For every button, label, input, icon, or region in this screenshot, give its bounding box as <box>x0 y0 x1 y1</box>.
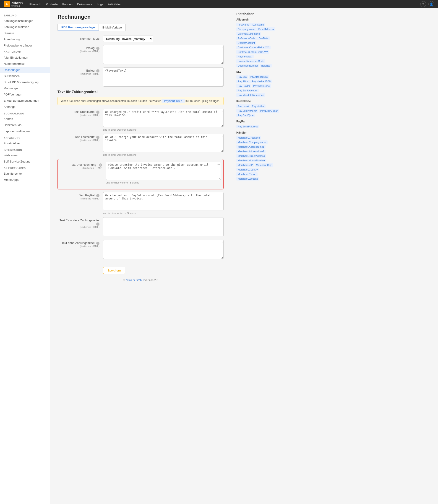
paypal-textarea[interactable]: We charged your PayPal account {Pay.Emai… <box>103 192 224 210</box>
placeholder-chip-emailaddress[interactable]: EmailAddress <box>257 27 275 31</box>
ohne-textarea[interactable] <box>103 240 224 259</box>
sidebar-item-rechnungen[interactable]: Rechnungen <box>0 67 50 73</box>
placeholder-chip-externalcustomerid[interactable]: ExternalCustomerId <box>236 32 261 36</box>
placeholder-chip-invoice-referencecode[interactable]: Invoice.ReferenceCode <box>236 59 265 63</box>
sidebar-item-anhaenge[interactable]: Anhänge <box>0 104 50 110</box>
placeholder-chip-customer-customfields-starstarstarstar[interactable]: Customer.CustomFields.**** <box>236 46 271 49</box>
sidebar-item-debitoren-ids[interactable]: Debitoren-Ids <box>0 122 50 128</box>
sidebar-item-e-mailbenachrichtigungen[interactable]: E-Mail Benachrichtigungen <box>0 98 50 104</box>
placeholder-chip-pay-expiry-year[interactable]: Pay.Expiry.Year <box>259 109 279 113</box>
kreditkarte-textarea[interactable]: We charged your credit card ****(Pay.Las… <box>103 109 224 127</box>
placeholder-chip-documentnumber[interactable]: DocumentNumber <box>236 64 259 67</box>
kreditkarte-info-icon[interactable]: i <box>96 111 99 114</box>
placeholder-chip-pay-emailaddress[interactable]: Pay.EmailAddress <box>236 125 259 128</box>
prolog-expand-btn[interactable]: ⋯ <box>219 46 223 50</box>
andere-textarea[interactable] <box>103 217 224 236</box>
nav-aktivitaten[interactable]: Aktivitäten <box>108 2 121 6</box>
sidebar-item-abrechnung[interactable]: Abrechnung <box>0 36 50 42</box>
sidebar-item-exporteinstellungen[interactable]: Exporteinstellungen <box>0 128 50 134</box>
placeholder-chip-merchant-addressline2[interactable]: Merchant.AddressLine2 <box>236 149 265 153</box>
placeholder-chip-pay-bankcode[interactable]: Pay.BankCode <box>252 84 271 88</box>
sidebar-item-allg.einstellungen[interactable]: Allg. Einstellungen <box>0 54 50 61</box>
sidebar-item-zusatzfelder[interactable]: Zusatzfelder <box>0 140 50 146</box>
lastschrift-expand-btn[interactable]: ⋯ <box>219 135 223 138</box>
placeholder-chip-merchant-streetaddress[interactable]: Merchant.StreetAddress <box>236 154 266 158</box>
placeholder-chip-pay-last4[interactable]: Pay.Last4 <box>236 105 250 108</box>
tab-pdf[interactable]: PDF Rechnungsvorlage <box>57 24 99 31</box>
placeholder-chip-merchant-phone[interactable]: Merchant.Phone <box>236 172 258 176</box>
sidebar-item-self-servicezugang[interactable]: Self-Service Zugang <box>0 158 50 165</box>
placeholder-chip-pay-maskedbic[interactable]: Pay.MaskedBIC <box>249 75 269 79</box>
placeholder-chip-pay-holder[interactable]: Pay.Holder <box>251 105 265 108</box>
placeholder-chip-firstname[interactable]: FirstName <box>236 23 251 26</box>
sidebar-item-zahlungseinstellungen[interactable]: Zahlungseinstellungen <box>0 18 50 24</box>
nav-dokumente[interactable]: Dokumente <box>77 2 92 6</box>
sidebar-item-zahlungseskalation[interactable]: Zahlungseskalation <box>0 24 50 30</box>
placeholder-chip-merchant-website[interactable]: Merchant.Website <box>236 177 259 180</box>
auf-rechnung-expand-btn[interactable]: ⋯ <box>217 163 220 166</box>
paypal-expand-btn[interactable]: ⋯ <box>219 193 223 197</box>
nav-ubersicht[interactable]: Übersicht <box>29 2 41 6</box>
placeholder-chip-debitoraccount[interactable]: DebitorAccount <box>236 41 256 45</box>
auf-rechnung-textarea[interactable]: Please transfer the invoice amount to th… <box>106 162 221 180</box>
placeholder-chip-merchant-creditorid[interactable]: Merchant.CreditorId <box>236 136 261 139</box>
sidebar-item-freigegebenelaender[interactable]: Freigegebene Länder <box>0 42 50 49</box>
paypal-info-icon[interactable]: i <box>96 194 99 197</box>
footer-link[interactable]: billwerk GmbH <box>126 279 143 282</box>
placeholder-chip-lastname[interactable]: LastName <box>251 23 265 26</box>
placeholder-chip-merchant-country[interactable]: Merchant.Country <box>236 168 259 171</box>
lastschrift-textarea[interactable]: We will charge your bank account with th… <box>103 134 224 152</box>
placeholder-chip-companyname[interactable]: CompanyName <box>236 27 256 31</box>
sidebar-item-konten[interactable]: Konten <box>0 116 50 122</box>
placeholder-chip-paymenttext[interactable]: PaymentText <box>236 55 254 58</box>
save-button[interactable]: Speichern <box>103 267 125 274</box>
user-button[interactable]: 👤 <box>428 1 434 7</box>
placeholder-chip-duedate[interactable]: DueDate <box>257 36 270 40</box>
logo[interactable]: b billwerk frontend <box>4 1 23 7</box>
sidebar-item-mahnungen[interactable]: Mahnungen <box>0 85 50 91</box>
sidebar-item-zugriffsrechte[interactable]: Zugriffsrechte <box>0 170 50 177</box>
placeholder-chip-pay-expiry-month[interactable]: Pay.Expiry.Month <box>236 109 258 113</box>
ohne-expand-btn[interactable]: ⋯ <box>219 241 223 244</box>
nav-produkte[interactable]: Produkte <box>46 2 58 6</box>
sidebar-item-nummernkreise[interactable]: Nummernkreise <box>0 61 50 67</box>
placeholder-chip-contract-customfields-starstarstarstar[interactable]: Contract.CustomFields.**** <box>236 50 269 54</box>
sidebar-item-gutschriften[interactable]: Gutschriften <box>0 73 50 79</box>
placeholder-chip-merchant-city[interactable]: Merchant.City <box>255 163 273 167</box>
sidebar-item-pdfvorlagen[interactable]: PDF Vorlagen <box>0 91 50 98</box>
ohne-info-icon[interactable]: i <box>96 242 99 245</box>
sidebar-item-steuern[interactable]: Steuern <box>0 30 50 36</box>
placeholder-chip-pay-mandatereference[interactable]: Pay.MandateReference <box>236 93 265 97</box>
nav-kunden[interactable]: Kunden <box>62 2 73 6</box>
placeholder-chip-pay-bic[interactable]: Pay.BIC <box>236 75 248 79</box>
epilog-expand-btn[interactable]: ⋯ <box>219 68 223 72</box>
andere-expand-btn[interactable]: ⋯ <box>219 218 223 222</box>
placeholder-chip-pay-bankaccount[interactable]: Pay.BankAccount <box>236 89 259 92</box>
sidebar-item-webhooks[interactable]: Webhooks <box>0 152 50 158</box>
help-button[interactable]: ? <box>420 1 426 7</box>
lastschrift-info-icon[interactable]: i <box>96 136 99 139</box>
placeholder-chip-pay-iban[interactable]: Pay.IBAN <box>236 80 250 83</box>
sidebar-item-sepaddvorankuendigung[interactable]: SEPA DD Vorankündigung <box>0 79 50 85</box>
nav-logs[interactable]: Logs <box>97 2 103 6</box>
kreditkarte-label: Text Kreditkarte i (limitiertes HTML) <box>57 109 103 116</box>
auf-rechnung-info-icon[interactable]: i <box>99 163 102 167</box>
prolog-textarea[interactable] <box>103 45 224 64</box>
placeholder-chip-merchant-zip[interactable]: Merchant.ZIP <box>236 163 254 167</box>
placeholder-chip-pay-maskediban[interactable]: Pay.MaskedIBAN <box>250 80 272 83</box>
placeholder-chip-merchant-addressline1[interactable]: Merchant.AddressLine1 <box>236 145 265 149</box>
nummernkreis-select[interactable]: Rechnung - Invoice-{month}|y <box>103 36 153 42</box>
placeholder-chip-merchant-housenumber[interactable]: Merchant.HouseNumber <box>236 159 266 162</box>
epilog-textarea[interactable]: {PaymentText} <box>103 67 224 87</box>
placeholder-chip-merchant-companyname[interactable]: Merchant.CompanyName <box>236 140 268 144</box>
kreditkarte-expand-btn[interactable]: ⋯ <box>219 110 223 113</box>
placeholder-chip-referencecode[interactable]: ReferenceCode <box>236 36 257 40</box>
sidebar-item-meineapps[interactable]: Meine Apps <box>0 177 50 183</box>
epilog-info-icon[interactable]: i <box>96 69 99 73</box>
prolog-info-icon[interactable]: i <box>96 47 99 50</box>
tab-email[interactable]: E-Mail-Vorlage <box>99 24 126 31</box>
placeholder-chip-pay-cardtype[interactable]: Pay.CardType <box>236 114 255 117</box>
andere-info-icon[interactable]: i <box>96 222 99 226</box>
placeholder-chip-balance[interactable]: Balance <box>260 64 272 67</box>
placeholder-chip-pay-holder[interactable]: Pay.Holder <box>236 84 252 88</box>
